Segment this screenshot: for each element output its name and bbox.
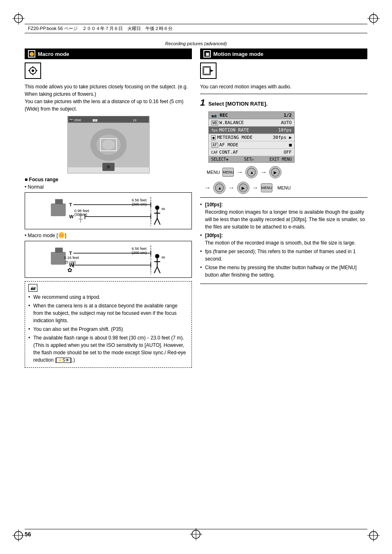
macro-note-box: 📷 We recommend using a tripod. When the … bbox=[25, 281, 192, 368]
note-item-2: When the camera lens is at a distance be… bbox=[28, 302, 188, 324]
svg-point-45 bbox=[155, 205, 159, 210]
svg-text:▶: ▶ bbox=[242, 186, 245, 190]
svg-text:(5 cm): (5 cm) bbox=[65, 260, 76, 264]
wbalance-value: AUTO bbox=[281, 120, 292, 125]
menu-label-2: MENU bbox=[277, 185, 291, 190]
menu-select: SELECT❖ bbox=[211, 157, 228, 162]
svg-text:✿: ✿ bbox=[67, 267, 72, 273]
page: FZ20-PP.book 56 ページ ２００４年７月６日 火曜日 午後２時６分… bbox=[0, 0, 392, 554]
reg-mark-br bbox=[367, 529, 380, 542]
camera-viewfinder-image: 📷 2560 ▮▮▮ 19 bbox=[67, 116, 150, 173]
svg-text:▶: ▶ bbox=[274, 170, 277, 175]
svg-rect-55 bbox=[55, 248, 63, 253]
arrow-2: → bbox=[260, 169, 267, 176]
svg-rect-75 bbox=[203, 67, 210, 75]
motionrate-value: 10fps bbox=[278, 127, 292, 133]
svg-text:T: T bbox=[69, 251, 72, 256]
afmode-value: ■ bbox=[289, 142, 292, 148]
macro-notes-list: We recommend using a tripod. When the ca… bbox=[28, 293, 188, 364]
motion-intro-text: You can record motion images with audio. bbox=[200, 83, 367, 90]
svg-text:0.16 feet: 0.16 feet bbox=[64, 256, 79, 260]
af-icon: AF bbox=[211, 143, 218, 148]
menu-row-motionrate: fps MOTION RATE 10fps bbox=[209, 127, 294, 134]
motion-bullet-3: fps (frame per second); This refers to t… bbox=[200, 248, 367, 263]
motion-mode-icon-block bbox=[200, 62, 217, 79]
divider-3 bbox=[200, 284, 367, 284]
arrow-5: → bbox=[252, 184, 258, 192]
note-item-1: We recommend using a tripod. bbox=[28, 293, 188, 301]
svg-text:6.56 feet: 6.56 feet bbox=[131, 198, 147, 202]
nav-btn-1: ▲ bbox=[245, 166, 258, 178]
svg-text:▮▮▮: ▮▮▮ bbox=[92, 118, 97, 122]
reg-mark-bc bbox=[190, 528, 202, 542]
left-column: 🌼 Macro mode This mode allows you to tak… bbox=[25, 48, 192, 521]
print-header: FZ20-PP.book 56 ページ ２００４年７月６日 火曜日 午後２時６分 bbox=[25, 24, 367, 33]
svg-rect-54 bbox=[51, 252, 66, 265]
normal-focus-label: • Normal bbox=[25, 184, 192, 190]
svg-line-71 bbox=[154, 267, 157, 273]
svg-line-72 bbox=[157, 267, 160, 273]
nav-diagram-row2: → ▲ → ▶ → MENU MENU bbox=[204, 182, 367, 194]
svg-rect-31 bbox=[51, 203, 66, 216]
menu-header: 📷 REC 1/2 bbox=[209, 112, 294, 119]
svg-line-49 bbox=[157, 218, 160, 225]
print-info: FZ20-PP.book 56 ページ ２００４年７月６日 火曜日 午後２時６分 bbox=[28, 25, 173, 32]
fps-icon: fps bbox=[211, 128, 218, 132]
normal-range-diagram: T W 6.56 feet (200 cm bbox=[25, 192, 192, 229]
svg-text:W: W bbox=[69, 214, 74, 219]
focus-range-section: ■ Focus range • Normal T W bbox=[25, 177, 192, 278]
motion-icon: ▣ bbox=[203, 50, 211, 58]
contaf-value: OFF bbox=[284, 150, 292, 155]
menu-screenshot: 📷 REC 1/2 WB W.BALANCE AUTO fps MOTION R… bbox=[208, 111, 295, 163]
svg-point-51 bbox=[79, 213, 82, 217]
menu-footer: SELECT❖ SET▷ EXIT MENU bbox=[209, 156, 294, 162]
motion-title: Motion image mode bbox=[213, 51, 263, 57]
macro-range-diagram: T W 6.56 feet (200 cm bbox=[25, 241, 192, 278]
svg-text:T: T bbox=[69, 202, 72, 207]
motion-bullet-2: [30fps]: The motion of the recorded imag… bbox=[200, 232, 367, 247]
reg-mark-tr bbox=[367, 12, 380, 25]
svg-text:∞: ∞ bbox=[161, 206, 165, 212]
menu-label-1: MENU bbox=[207, 170, 220, 175]
menu-row-metering: ● METERING MODE 30fps ▶ bbox=[209, 134, 294, 141]
menu-header-icon: 📷 REC bbox=[211, 113, 228, 118]
macro-icon: 🌼 bbox=[28, 50, 35, 58]
svg-point-13 bbox=[32, 69, 34, 72]
macro-title: Macro mode bbox=[38, 51, 69, 57]
menu-row-afmode: AF AF MODE ■ bbox=[209, 141, 294, 149]
metering-value: 30fps ▶ bbox=[273, 135, 292, 140]
reg-mark-tl bbox=[12, 12, 25, 25]
step-1-row: 1 Select [MOTION RATE]. bbox=[200, 97, 367, 108]
svg-text:19: 19 bbox=[133, 118, 136, 122]
focus-range-title: ■ Focus range bbox=[25, 177, 192, 182]
nav-btn-2: ▶ bbox=[269, 166, 281, 178]
nav-diagram-row1: MENU MENU → ▲ → ▶ bbox=[204, 166, 367, 178]
arrow-4: → bbox=[228, 184, 235, 192]
menu-button-1: MENU bbox=[222, 168, 234, 177]
caf-icon: CAF bbox=[211, 150, 218, 155]
menu-row-wbalance: WB W.BALANCE AUTO bbox=[209, 119, 294, 127]
step-1-label: Select [MOTION RATE]. bbox=[208, 101, 267, 107]
macro-intro-text: This mode allows you to take pictures cl… bbox=[25, 83, 192, 113]
menu-row-contaf: CAF CONT.AF OFF bbox=[209, 149, 294, 156]
note-icon: 📷 bbox=[28, 284, 188, 293]
svg-text:▲: ▲ bbox=[218, 186, 222, 190]
motion-bullet-4: Close the menu by pressing the shutter b… bbox=[200, 264, 367, 279]
metering-icon: ● bbox=[211, 135, 216, 140]
step-1-number: 1 bbox=[200, 97, 205, 108]
menu-button-2: MENU bbox=[261, 183, 272, 192]
svg-point-26 bbox=[102, 140, 115, 150]
wb-icon: WB bbox=[211, 120, 218, 125]
nav-btn-4: ▶ bbox=[237, 182, 249, 194]
svg-text:6.56 feet: 6.56 feet bbox=[131, 247, 147, 251]
page-number: 56 bbox=[25, 531, 31, 538]
nav-btn-3: ▲ bbox=[213, 182, 226, 194]
menu-header-page: 1/2 bbox=[284, 113, 292, 118]
divider-1 bbox=[200, 94, 367, 94]
svg-text:▲: ▲ bbox=[250, 170, 254, 175]
reg-mark-bl bbox=[12, 529, 25, 542]
motion-section-header: ▣ Motion image mode bbox=[200, 48, 367, 59]
note-item-3: You can also set the Program shift. (P35… bbox=[28, 325, 188, 333]
svg-marker-77 bbox=[210, 69, 214, 72]
svg-rect-76 bbox=[204, 67, 210, 74]
